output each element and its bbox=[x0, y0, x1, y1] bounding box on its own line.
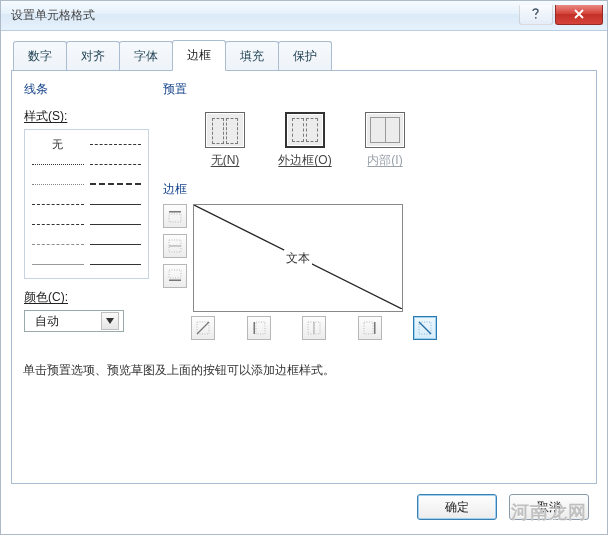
titlebar: 设置单元格格式 bbox=[1, 1, 607, 31]
line-style-swatch[interactable] bbox=[29, 194, 87, 214]
preset-outline-label: 外边框(O) bbox=[278, 152, 331, 169]
tab-border[interactable]: 边框 bbox=[172, 40, 226, 71]
color-label: 颜色(C): bbox=[24, 290, 68, 304]
tab-align[interactable]: 对齐 bbox=[66, 41, 120, 71]
svg-rect-1 bbox=[169, 211, 181, 213]
line-style-swatch[interactable] bbox=[29, 214, 87, 234]
line-style-palette[interactable]: 无 bbox=[24, 129, 149, 279]
svg-point-0 bbox=[535, 17, 537, 19]
lines-column: 线条 样式(S): 无 bbox=[24, 81, 149, 475]
style-label: 样式(S): bbox=[24, 109, 67, 123]
chevron-down-icon bbox=[101, 312, 119, 330]
tab-fill[interactable]: 填充 bbox=[225, 41, 279, 71]
border-page: 线条 样式(S): 无 bbox=[24, 81, 584, 475]
line-style-swatch[interactable] bbox=[87, 134, 145, 154]
window-title: 设置单元格格式 bbox=[11, 7, 517, 24]
line-style-swatch[interactable] bbox=[87, 174, 145, 194]
border-preview[interactable]: 文本 bbox=[193, 204, 403, 312]
border-middle-v-button[interactable] bbox=[302, 316, 326, 340]
svg-line-9 bbox=[197, 322, 209, 334]
bottom-border-buttons bbox=[191, 316, 437, 340]
preset-none-label: 无(N) bbox=[211, 152, 240, 169]
dialog-window: 设置单元格格式 数字 对齐 字体 边框 填充 保护 bbox=[0, 0, 608, 535]
tab-content: 线条 样式(S): 无 bbox=[11, 70, 597, 484]
svg-rect-2 bbox=[169, 214, 181, 222]
line-style-swatch[interactable] bbox=[87, 234, 145, 254]
line-style-swatch[interactable] bbox=[87, 254, 145, 274]
tab-font[interactable]: 字体 bbox=[119, 41, 173, 71]
border-right-button[interactable] bbox=[358, 316, 382, 340]
svg-line-17 bbox=[419, 322, 431, 334]
line-style-swatch[interactable] bbox=[29, 174, 87, 194]
preset-none[interactable]: 无(N) bbox=[195, 112, 255, 169]
line-style-swatch[interactable] bbox=[87, 194, 145, 214]
border-middle-h-button[interactable] bbox=[163, 234, 187, 258]
cancel-button-label: 取消 bbox=[537, 499, 561, 516]
line-style-swatch[interactable] bbox=[29, 234, 87, 254]
line-style-swatch[interactable] bbox=[87, 214, 145, 234]
close-button[interactable] bbox=[555, 5, 603, 25]
border-left-button[interactable] bbox=[247, 316, 271, 340]
border-diag-up-button[interactable] bbox=[191, 316, 215, 340]
hint-text: 单击预置选项、预览草图及上面的按钮可以添加边框样式。 bbox=[23, 362, 584, 379]
tab-protect[interactable]: 保护 bbox=[278, 41, 332, 71]
svg-rect-6 bbox=[169, 280, 181, 282]
line-color-value: 自动 bbox=[35, 313, 59, 330]
main-column: 预置 无(N) 外边框(O) 内部(I) 边框 bbox=[163, 81, 584, 475]
left-border-buttons bbox=[163, 204, 187, 312]
svg-rect-11 bbox=[253, 322, 255, 334]
ok-button-label: 确定 bbox=[445, 499, 469, 516]
svg-rect-5 bbox=[169, 270, 181, 278]
svg-rect-4 bbox=[169, 245, 181, 247]
svg-rect-15 bbox=[374, 322, 376, 334]
dialog-footer: 确定 取消 bbox=[1, 484, 607, 534]
presets-section-title: 预置 bbox=[163, 81, 584, 98]
line-style-none[interactable]: 无 bbox=[29, 134, 87, 154]
preset-outline-icon bbox=[285, 112, 325, 148]
border-bottom-button[interactable] bbox=[163, 264, 187, 288]
help-button[interactable] bbox=[519, 5, 553, 25]
line-style-swatch[interactable] bbox=[29, 154, 87, 174]
border-diag-down-button[interactable] bbox=[413, 316, 437, 340]
lines-section-title: 线条 bbox=[24, 81, 149, 98]
border-top-button[interactable] bbox=[163, 204, 187, 228]
line-style-swatch[interactable] bbox=[87, 154, 145, 174]
svg-rect-13 bbox=[313, 322, 315, 334]
window-buttons bbox=[517, 5, 603, 27]
line-style-swatch[interactable] bbox=[29, 254, 87, 274]
border-section-title: 边框 bbox=[163, 181, 584, 198]
preset-outline[interactable]: 外边框(O) bbox=[275, 112, 335, 169]
ok-button[interactable]: 确定 bbox=[417, 494, 497, 520]
preset-row: 无(N) 外边框(O) 内部(I) bbox=[163, 104, 584, 179]
preset-inside-label: 内部(I) bbox=[367, 152, 402, 169]
preview-text: 文本 bbox=[284, 250, 312, 267]
svg-rect-10 bbox=[256, 322, 265, 334]
tab-number[interactable]: 数字 bbox=[13, 41, 67, 71]
tabstrip: 数字 对齐 字体 边框 填充 保护 bbox=[1, 31, 607, 70]
svg-rect-14 bbox=[364, 322, 373, 334]
line-color-dropdown[interactable]: 自动 bbox=[24, 310, 124, 332]
cancel-button[interactable]: 取消 bbox=[509, 494, 589, 520]
preset-inside-icon bbox=[365, 112, 405, 148]
preset-none-icon bbox=[205, 112, 245, 148]
preset-inside[interactable]: 内部(I) bbox=[355, 112, 415, 169]
